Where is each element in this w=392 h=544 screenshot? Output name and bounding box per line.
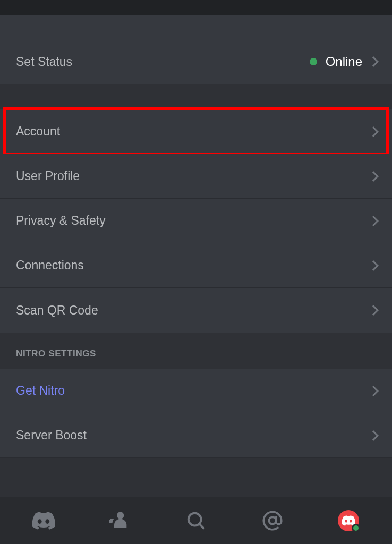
- settings-row-account[interactable]: Account: [0, 109, 392, 154]
- discord-logo-icon: [32, 512, 55, 530]
- settings-label: Get Nitro: [16, 384, 65, 398]
- chevron-right-icon: [368, 56, 379, 67]
- chevron-right-icon: [368, 386, 379, 396]
- settings-label: Server Boost: [16, 428, 87, 443]
- chevron-right-icon: [368, 171, 379, 182]
- set-status-row[interactable]: Set Status Online: [0, 39, 392, 84]
- nitro-section-header: NITRO SETTINGS: [0, 333, 392, 369]
- settings-label: Privacy & Safety: [16, 214, 106, 228]
- settings-label: User Profile: [16, 169, 80, 183]
- online-status-dot-icon: [310, 58, 317, 65]
- set-status-label: Set Status: [16, 55, 72, 69]
- section-gap: [0, 84, 392, 109]
- svg-point-2: [269, 517, 276, 524]
- settings-label: Scan QR Code: [16, 303, 98, 318]
- chevron-right-icon: [368, 260, 379, 271]
- settings-row-connections[interactable]: Connections: [0, 243, 392, 288]
- search-icon: [186, 511, 206, 531]
- settings-row-user-profile[interactable]: User Profile: [0, 154, 392, 199]
- nav-home[interactable]: [28, 505, 59, 537]
- svg-line-1: [199, 524, 203, 528]
- nav-profile[interactable]: [333, 505, 364, 537]
- settings-label: Account: [16, 124, 60, 139]
- settings-row-scan-qr[interactable]: Scan QR Code: [0, 288, 392, 333]
- chevron-right-icon: [368, 305, 379, 316]
- chevron-right-icon: [368, 216, 379, 226]
- online-status-badge-icon: [352, 524, 360, 532]
- chevron-right-icon: [368, 126, 379, 137]
- system-statusbar: [0, 0, 392, 15]
- top-spacer: [0, 15, 392, 39]
- bottom-navigation: [0, 497, 392, 544]
- status-value: Online: [326, 54, 362, 69]
- settings-row-server-boost[interactable]: Server Boost: [0, 413, 392, 458]
- chevron-right-icon: [368, 430, 379, 441]
- nav-mentions[interactable]: [257, 505, 288, 537]
- nav-friends[interactable]: [104, 505, 135, 537]
- nav-search[interactable]: [180, 505, 212, 537]
- settings-label: Connections: [16, 258, 84, 273]
- settings-row-privacy[interactable]: Privacy & Safety: [0, 199, 392, 243]
- friends-icon: [109, 510, 130, 531]
- settings-scroll[interactable]: Set Status Online Account User Profile P…: [0, 15, 392, 497]
- profile-avatar-wrap: [338, 510, 359, 531]
- settings-row-get-nitro[interactable]: Get Nitro: [0, 369, 392, 413]
- mentions-icon: [262, 510, 283, 531]
- annotation-highlight: [3, 107, 389, 156]
